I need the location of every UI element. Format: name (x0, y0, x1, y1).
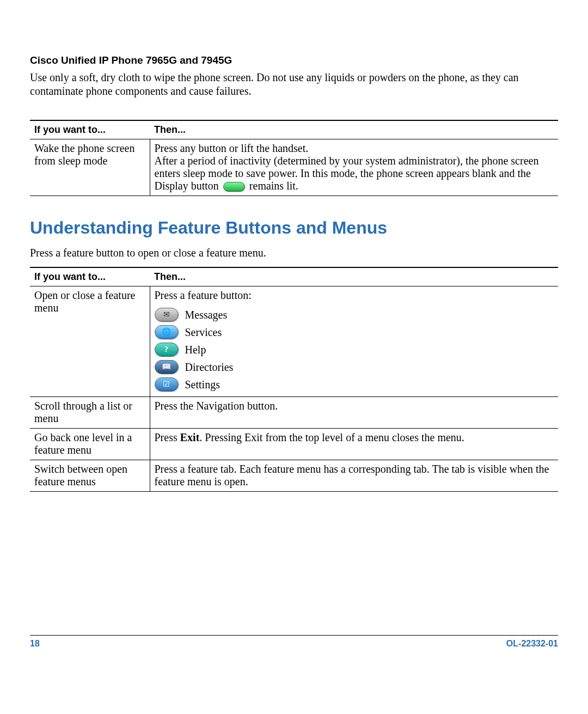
display-button-icon (223, 182, 245, 192)
messages-icon: ✉ (155, 308, 179, 322)
help-icon: ? (155, 343, 179, 357)
sleep-mode-table: If you want to... Then... Wake the phone… (30, 120, 558, 196)
wake-instruction-1: Press any button or lift the handset. (155, 142, 554, 155)
wake-instruction-2: After a period of inactivity (determined… (155, 155, 554, 192)
press-feature-button-text: Press a feature button: (155, 289, 554, 302)
col-header-then: Then... (150, 120, 558, 139)
table-row: Wake the phone screen from sleep mode Pr… (30, 139, 558, 196)
feature-label: Settings (185, 379, 220, 391)
feature-label: Messages (185, 309, 228, 321)
cell-then: Press a feature tab. Each feature menu h… (150, 460, 558, 492)
table-row: Scroll through a list or menu Press the … (30, 397, 558, 429)
directories-icon: 📖 (155, 360, 179, 374)
document-id: OL-22332-01 (506, 639, 558, 649)
exit-bold: Exit (180, 431, 200, 443)
feature-intro: Press a feature button to open or close … (30, 247, 558, 259)
page-number: 18 (30, 639, 40, 649)
table-row: Switch between open feature menus Press … (30, 460, 558, 492)
settings-icon: ☑ (155, 377, 179, 392)
feature-item-directories: 📖 Directories (155, 358, 554, 376)
cell-then: Press the Navigation button. (150, 397, 558, 429)
cell-then: Press any button or lift the handset. Af… (150, 139, 558, 196)
col-header-want: If you want to... (30, 120, 150, 139)
feature-label: Help (185, 344, 206, 356)
table-row: Go back one level in a feature menu Pres… (30, 429, 558, 460)
feature-menu-table: If you want to... Then... Open or close … (30, 267, 558, 492)
page-footer: 18 OL-22332-01 (30, 635, 558, 649)
feature-item-settings: ☑ Settings (155, 376, 554, 393)
services-icon: 🌐 (155, 325, 179, 339)
cell-want: Open or close a feature menu (30, 286, 150, 397)
cell-want: Scroll through a list or menu (30, 397, 150, 429)
feature-label: Directories (185, 361, 234, 374)
feature-label: Services (185, 326, 222, 339)
col-header-then: Then... (150, 267, 558, 286)
cleaning-paragraph: Use only a soft, dry cloth to wipe the p… (30, 71, 558, 98)
feature-item-help: ? Help (155, 341, 554, 358)
feature-item-services: 🌐 Services (155, 324, 554, 341)
cell-want: Wake the phone screen from sleep mode (30, 139, 150, 196)
col-header-want: If you want to... (30, 267, 150, 286)
cell-want: Switch between open feature menus (30, 460, 150, 492)
subsection-heading: Cisco Unified IP Phone 7965G and 7945G (30, 54, 558, 66)
section-heading-feature-buttons: Understanding Feature Buttons and Menus (30, 218, 558, 238)
cell-then: Press Exit. Pressing Exit from the top l… (150, 429, 558, 460)
cell-want: Go back one level in a feature menu (30, 429, 150, 460)
feature-item-messages: ✉ Messages (155, 306, 554, 324)
table-row: Open or close a feature menu Press a fea… (30, 286, 558, 397)
cell-then: Press a feature button: ✉ Messages 🌐 Ser… (150, 286, 558, 397)
